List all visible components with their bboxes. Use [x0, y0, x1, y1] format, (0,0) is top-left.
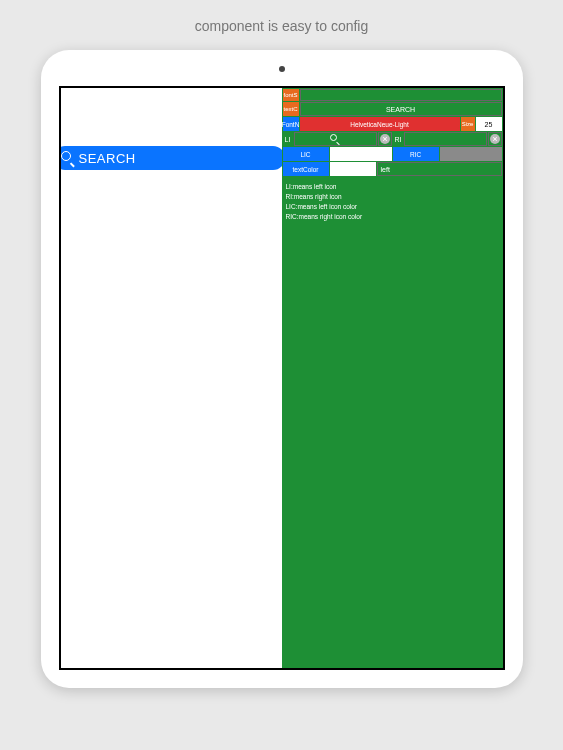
preview-pane: SEARCH: [61, 88, 282, 668]
text-input[interactable]: SEARCH: [300, 102, 502, 116]
size-input[interactable]: 25: [476, 117, 502, 131]
legend-ric: RIC:means right icon color: [286, 212, 499, 222]
fontsize-input[interactable]: [300, 89, 502, 101]
device-screen: SEARCH fontS textC SEARCH FontN Helvetic…: [59, 86, 505, 670]
ri-label: RI: [393, 132, 403, 146]
fontsize-label: fontS: [283, 89, 299, 101]
textcolor-input[interactable]: [330, 162, 376, 176]
close-icon: [490, 134, 500, 144]
ri-clear[interactable]: [488, 132, 502, 146]
search-component[interactable]: SEARCH: [59, 146, 285, 170]
fontname-label: FontN: [283, 117, 299, 131]
device-camera: [279, 66, 285, 72]
ric-input[interactable]: [440, 147, 502, 161]
search-icon: [61, 151, 75, 165]
lic-input[interactable]: [330, 147, 392, 161]
close-icon: [380, 134, 390, 144]
page-caption: component is easy to config: [0, 0, 563, 44]
legend-li: LI:means left icon: [286, 182, 499, 192]
device-frame: SEARCH fontS textC SEARCH FontN Helvetic…: [41, 50, 523, 688]
text-label: textC: [283, 102, 299, 116]
size-label: Size: [461, 117, 475, 131]
search-label: SEARCH: [79, 151, 136, 166]
search-icon: [330, 134, 340, 144]
config-pane: fontS textC SEARCH FontN HelveticaNeue-L…: [282, 88, 503, 668]
li-clear[interactable]: [378, 132, 392, 146]
li-input[interactable]: [294, 132, 377, 146]
legend-ri: RI:means right icon: [286, 192, 499, 202]
align-input[interactable]: left: [377, 162, 502, 176]
li-label: LI: [283, 132, 293, 146]
legend-lic: LIC:means left icon color: [286, 202, 499, 212]
textcolor-label: textColor: [283, 162, 329, 176]
ri-input[interactable]: [404, 132, 487, 146]
ric-label: RIC: [393, 147, 439, 161]
lic-label: LIC: [283, 147, 329, 161]
legend: LI:means left icon RI:means right icon L…: [286, 182, 499, 222]
fontname-input[interactable]: HelveticaNeue-Light: [300, 117, 460, 131]
